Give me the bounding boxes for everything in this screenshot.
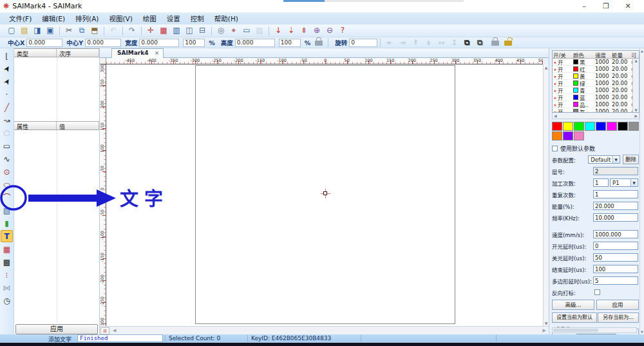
- save-as-button[interactable]: 另存当前为...: [598, 312, 639, 323]
- menu-settings[interactable]: 设置: [162, 13, 185, 24]
- lock-object-icon[interactable]: [491, 41, 499, 46]
- menu-view[interactable]: 视图(V): [104, 13, 137, 24]
- column-header[interactable]: 速度: [595, 51, 612, 59]
- scroll-right-icon[interactable]: ▶: [543, 328, 546, 333]
- zoom-in-icon[interactable]: ⊕: [311, 25, 323, 36]
- value-column-header[interactable]: 值: [57, 122, 99, 130]
- chevron-down-icon[interactable]: ▼: [612, 156, 619, 163]
- menu-help[interactable]: 帮助(H): [209, 13, 243, 24]
- mirror-horizontal-icon[interactable]: ◫: [184, 25, 195, 36]
- center-x-input[interactable]: [26, 39, 62, 47]
- panel-apply-button[interactable]: 应用: [15, 324, 98, 334]
- unlock-object-icon[interactable]: [504, 41, 512, 46]
- circle-tool[interactable]: ⊙: [1, 166, 13, 178]
- qrcode-tool[interactable]: ▩: [1, 256, 13, 268]
- curve-tool[interactable]: ∿: [1, 153, 13, 165]
- pick-point-icon[interactable]: ⌖: [228, 25, 240, 36]
- table-row[interactable]: ✶开青100020.00◉: [553, 87, 639, 94]
- rectangle-tool[interactable]: ▭: [1, 140, 13, 152]
- column-header[interactable]: 可: [631, 51, 639, 59]
- layer-state[interactable]: ✶开: [553, 94, 573, 101]
- fit-tool[interactable]: ⋈: [1, 282, 13, 294]
- layer-state[interactable]: ✶开: [553, 66, 573, 73]
- height-percent-input[interactable]: [279, 39, 301, 47]
- column-header[interactable]: 开/关: [553, 51, 573, 59]
- menu-control[interactable]: 控制: [185, 13, 209, 24]
- palette-swatch[interactable]: [552, 122, 562, 131]
- column-header[interactable]: 颜色: [573, 51, 595, 59]
- layer-state[interactable]: ✶开: [553, 73, 573, 80]
- set-default-button[interactable]: 设置当前为默认: [552, 312, 597, 323]
- table-row[interactable]: ✶开黄100020.00◉: [553, 73, 639, 80]
- hatch-disabled-icon[interactable]: ▨: [254, 25, 265, 36]
- column-header[interactable]: 能量: [612, 51, 631, 59]
- layer-color[interactable]: 青: [573, 87, 595, 94]
- param-profile-delete-button[interactable]: 删除: [623, 155, 639, 164]
- canvas-viewport[interactable]: [106, 64, 543, 326]
- layer-state[interactable]: ✶开: [553, 87, 573, 94]
- aspect-lock-icon[interactable]: [315, 41, 323, 46]
- scroll-down-icon[interactable]: ▼: [544, 321, 549, 325]
- property-list[interactable]: [14, 130, 99, 323]
- ellipse-tool[interactable]: ⬭: [1, 178, 13, 191]
- type-column-header[interactable]: 类型: [14, 49, 57, 57]
- advanced-button[interactable]: 高级...: [552, 300, 594, 310]
- palette-swatch[interactable]: [585, 122, 595, 131]
- array-copy-icon[interactable]: ▦: [158, 25, 169, 36]
- mark-start-icon[interactable]: ↓: [272, 25, 284, 36]
- object-list[interactable]: [14, 57, 99, 121]
- group-icon[interactable]: ⧉: [461, 37, 473, 48]
- palette-swatch[interactable]: [563, 122, 573, 131]
- layer-state[interactable]: ✶开: [553, 59, 573, 66]
- barcode-tool[interactable]: ▮: [1, 217, 13, 229]
- palette-swatch[interactable]: [552, 131, 562, 140]
- layer-state[interactable]: ✶开: [553, 80, 573, 87]
- point-tool[interactable]: ·: [1, 88, 13, 101]
- height-input[interactable]: [235, 39, 275, 47]
- layer-color[interactable]: 蓝: [573, 94, 595, 101]
- distribute-icon[interactable]: ▥: [171, 25, 182, 36]
- line-tool[interactable]: ╱: [1, 101, 13, 113]
- menu-file[interactable]: 文件(F): [4, 13, 37, 24]
- polyline-tool[interactable]: ↝: [1, 114, 13, 126]
- apply-button[interactable]: 应用: [596, 300, 639, 310]
- palette-swatch[interactable]: [618, 122, 628, 131]
- tab-close-icon[interactable]: ×: [155, 50, 160, 56]
- width-percent-input[interactable]: [183, 39, 205, 47]
- mirror-vertical-icon[interactable]: ⊟: [196, 25, 208, 36]
- chevron-down-icon[interactable]: ▼: [630, 179, 637, 186]
- text-tool[interactable]: T: [1, 230, 13, 242]
- ruler-settings-icon[interactable]: ⊞: [100, 327, 109, 334]
- copy-icon[interactable]: ⧉: [76, 25, 88, 36]
- node-edit-icon[interactable]: ✛: [145, 25, 156, 36]
- ungroup-icon[interactable]: ⧉: [474, 37, 486, 48]
- scroll-up-icon[interactable]: ▲: [640, 49, 644, 53]
- zoom-object-icon[interactable]: ◎: [215, 25, 227, 36]
- new-file-icon[interactable]: ▢: [6, 25, 17, 36]
- table-row[interactable]: ✶开绿100020.00◉: [553, 80, 639, 87]
- use-default-checkbox[interactable]: [552, 146, 558, 151]
- layer-color[interactable]: 红: [573, 66, 595, 73]
- cut-icon[interactable]: ✂: [63, 25, 75, 36]
- menu-draw[interactable]: 绘图: [138, 13, 162, 24]
- param-profile-select[interactable]: Default▼: [588, 155, 620, 164]
- palette-swatch[interactable]: [574, 131, 584, 140]
- open-file-icon[interactable]: ▤: [19, 25, 30, 36]
- polygon-tool[interactable]: ⬠: [1, 127, 13, 139]
- delay-tool[interactable]: ◷: [1, 294, 13, 307]
- frequency-khz-input[interactable]: [593, 213, 638, 222]
- table-horizontal-scrollbar[interactable]: ◀▶: [552, 113, 639, 119]
- palette-swatch[interactable]: [574, 122, 584, 131]
- table-row[interactable]: ✶开黑100020.00◉: [553, 59, 639, 66]
- canvas-vertical-scrollbar[interactable]: ▲ ▼: [543, 64, 549, 326]
- close-button[interactable]: ✕: [617, 0, 639, 13]
- layer-color[interactable]: 黑: [573, 59, 595, 66]
- table-row[interactable]: ✶开蓝100020.00◉: [553, 94, 639, 101]
- scroll-up-icon[interactable]: ▲: [544, 65, 549, 70]
- undo-icon[interactable]: ↶: [108, 25, 119, 36]
- width-input[interactable]: [139, 39, 179, 47]
- laser-on-delay-input[interactable]: [593, 242, 638, 250]
- bitmap-tool[interactable]: ▧: [1, 204, 13, 216]
- panel-horizontal-scrollbar[interactable]: [552, 327, 637, 333]
- menu-edit[interactable]: 编辑(E): [37, 13, 70, 24]
